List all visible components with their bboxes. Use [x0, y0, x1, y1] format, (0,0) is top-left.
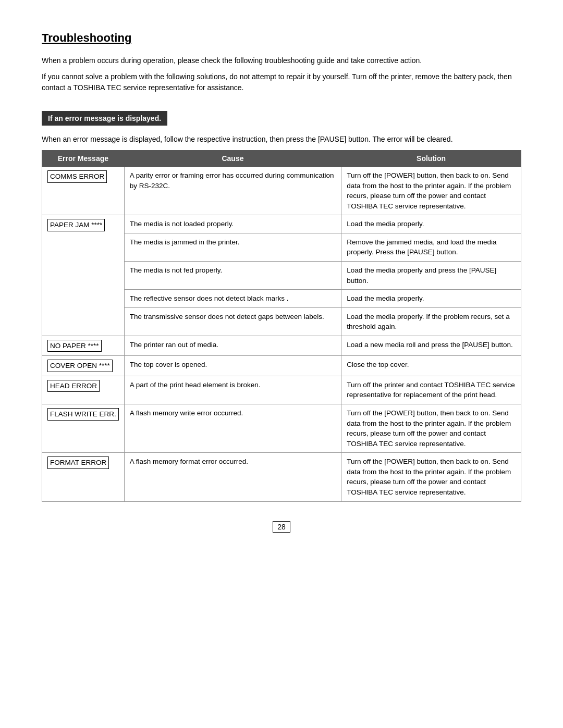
- cause-cell: The printer ran out of media.: [124, 336, 341, 356]
- cause-cell: The media is jammed in the printer.: [124, 233, 341, 261]
- cause-cell: The transmissive sensor does not detect …: [124, 307, 341, 336]
- page-number: 28: [42, 523, 521, 531]
- cause-cell: A flash memory format error occurred.: [124, 453, 341, 501]
- error-message-label: PAPER JAM ****: [47, 219, 105, 231]
- cause-cell: The top cover is opened.: [124, 356, 341, 376]
- error-message-label: FORMAT ERROR: [47, 456, 109, 469]
- section-label: If an error message is displayed.: [42, 111, 167, 126]
- error-message-label: NO PAPER ****: [47, 340, 102, 352]
- page-title: Troubleshooting: [42, 31, 521, 45]
- cause-cell: A parity error or framing error has occu…: [124, 167, 341, 215]
- cause-cell: The media is not fed properly.: [124, 261, 341, 289]
- error-message-label: COMMS ERROR: [47, 170, 107, 183]
- solution-cell: Load the media properly and press the [P…: [341, 261, 521, 289]
- cause-cell: The reflective sensor does not detect bl…: [124, 290, 341, 308]
- solution-cell: Turn off the [POWER] button, then back t…: [341, 167, 521, 215]
- solution-cell: Load the media properly. If the problem …: [341, 307, 521, 336]
- col-header-solution: Solution: [341, 151, 521, 167]
- error-intro-text: When an error message is displayed, foll…: [42, 134, 521, 145]
- solution-cell: Remove the jammed media, and load the me…: [341, 233, 521, 261]
- col-header-error: Error Message: [42, 151, 125, 167]
- cause-cell: A flash memory write error occurred.: [124, 404, 341, 453]
- solution-cell: Turn off the printer and contact TOSHIBA…: [341, 376, 521, 404]
- intro-paragraph-1: When a problem occurs during operation, …: [42, 55, 521, 66]
- error-message-label: HEAD ERROR: [47, 380, 100, 392]
- cause-cell: A part of the print head element is brok…: [124, 376, 341, 404]
- intro-paragraph-2: If you cannot solve a problem with the f…: [42, 71, 521, 93]
- cause-cell: The media is not loaded properly.: [124, 215, 341, 233]
- error-message-label: FLASH WRITE ERR.: [47, 408, 119, 421]
- solution-cell: Load the media properly.: [341, 290, 521, 308]
- solution-cell: Load a new media roll and press the [PAU…: [341, 336, 521, 356]
- solution-cell: Load the media properly.: [341, 215, 521, 233]
- solution-cell: Turn off the [POWER] button, then back t…: [341, 404, 521, 453]
- troubleshooting-table: Error Message Cause Solution COMMS ERROR…: [42, 150, 521, 502]
- solution-cell: Close the top cover.: [341, 356, 521, 376]
- solution-cell: Turn off the [POWER] button, then back t…: [341, 453, 521, 501]
- col-header-cause: Cause: [124, 151, 341, 167]
- error-message-label: COVER OPEN ****: [47, 360, 113, 372]
